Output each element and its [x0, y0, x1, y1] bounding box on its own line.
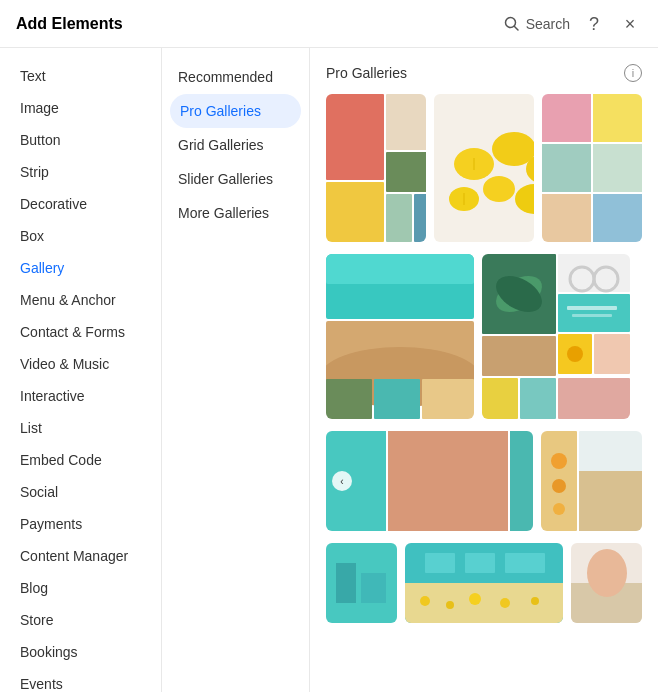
carousel-left-arrow[interactable]: ‹ — [332, 471, 352, 491]
svg-rect-25 — [422, 379, 474, 419]
section-title: Pro Galleries — [326, 65, 407, 81]
middle-item-grid-galleries[interactable]: Grid Galleries — [162, 128, 309, 162]
svg-rect-2 — [326, 94, 384, 180]
svg-point-71 — [587, 549, 627, 597]
sidebar-item-image[interactable]: Image — [0, 92, 161, 124]
grid-cell-2 — [593, 94, 642, 142]
sidebar-item-embed-code[interactable]: Embed Code — [0, 444, 161, 476]
search-label: Search — [526, 16, 570, 32]
middle-navigation: Recommended Pro Galleries Grid Galleries… — [162, 48, 310, 692]
grid-cell-5 — [542, 194, 591, 242]
svg-rect-4 — [386, 94, 426, 150]
gallery-item-bottom-3[interactable] — [571, 543, 642, 623]
svg-rect-3 — [326, 182, 384, 242]
middle-item-recommended[interactable]: Recommended — [162, 60, 309, 94]
header: Add Elements Search ? × — [0, 0, 658, 48]
gallery-item-complex[interactable] — [482, 254, 630, 419]
svg-rect-38 — [482, 336, 556, 376]
svg-point-66 — [469, 593, 481, 605]
page-title: Add Elements — [16, 15, 123, 33]
svg-rect-53 — [579, 471, 642, 531]
sidebar-item-button[interactable]: Button — [0, 124, 161, 156]
svg-rect-61 — [465, 553, 495, 573]
svg-rect-7 — [386, 194, 412, 242]
middle-item-more-galleries[interactable]: More Galleries — [162, 196, 309, 230]
grid-cell-3 — [542, 144, 591, 192]
gallery-item-bottom-2[interactable] — [405, 543, 563, 623]
layout: Text Image Button Strip Decorative Box G… — [0, 48, 658, 692]
svg-rect-57 — [336, 563, 356, 603]
sidebar-item-contact-forms[interactable]: Contact & Forms — [0, 316, 161, 348]
grid-cell-1 — [542, 94, 591, 142]
sidebar-item-bookings[interactable]: Bookings — [0, 636, 161, 668]
svg-line-1 — [514, 26, 518, 30]
svg-rect-43 — [388, 431, 508, 531]
info-icon[interactable]: i — [624, 64, 642, 82]
svg-point-14 — [483, 176, 515, 202]
gallery-row-4 — [326, 543, 642, 623]
svg-rect-32 — [558, 294, 630, 332]
svg-rect-20 — [326, 254, 474, 284]
header-actions: Search ? × — [504, 12, 642, 36]
svg-point-12 — [492, 132, 534, 166]
sidebar-item-decorative[interactable]: Decorative — [0, 188, 161, 220]
gallery-item-large[interactable] — [434, 94, 534, 242]
gallery-row-2 — [326, 254, 642, 419]
svg-rect-34 — [572, 314, 612, 317]
gallery-row-3: ‹ — [326, 431, 642, 531]
gallery-item-mosaic[interactable] — [326, 94, 426, 242]
sidebar-item-list[interactable]: List — [0, 412, 161, 444]
sidebar-item-box[interactable]: Box — [0, 220, 161, 252]
svg-point-36 — [567, 346, 583, 362]
sidebar-item-payments[interactable]: Payments — [0, 508, 161, 540]
sidebar-item-gallery[interactable]: Gallery — [0, 252, 161, 284]
svg-rect-33 — [567, 306, 617, 310]
svg-rect-39 — [482, 378, 518, 419]
sidebar-item-store[interactable]: Store — [0, 604, 161, 636]
svg-rect-37 — [594, 334, 630, 374]
search-icon — [504, 16, 520, 32]
svg-point-51 — [553, 503, 565, 515]
svg-point-67 — [500, 598, 510, 608]
svg-point-64 — [420, 596, 430, 606]
svg-point-50 — [552, 479, 566, 493]
sidebar-item-social[interactable]: Social — [0, 476, 161, 508]
gallery-item-strip-mosaic[interactable] — [541, 431, 642, 531]
sidebar-item-menu-anchor[interactable]: Menu & Anchor — [0, 284, 161, 316]
svg-rect-60 — [425, 553, 455, 573]
svg-rect-5 — [386, 152, 426, 192]
left-navigation: Text Image Button Strip Decorative Box G… — [0, 48, 162, 692]
sidebar-item-events[interactable]: Events — [0, 668, 161, 692]
middle-item-pro-galleries[interactable]: Pro Galleries — [170, 94, 301, 128]
svg-point-68 — [531, 597, 539, 605]
sidebar-item-interactive[interactable]: Interactive — [0, 380, 161, 412]
sidebar-item-strip[interactable]: Strip — [0, 156, 161, 188]
middle-item-slider-galleries[interactable]: Slider Galleries — [162, 162, 309, 196]
sidebar-item-video-music[interactable]: Video & Music — [0, 348, 161, 380]
svg-rect-40 — [520, 378, 556, 419]
svg-rect-23 — [326, 379, 372, 419]
svg-rect-62 — [505, 553, 545, 573]
svg-point-65 — [446, 601, 454, 609]
grid-cell-6 — [593, 194, 642, 242]
gallery-item-carousel[interactable]: ‹ — [326, 431, 533, 531]
sidebar-item-text[interactable]: Text — [0, 60, 161, 92]
search-button[interactable]: Search — [504, 16, 570, 32]
section-header: Pro Galleries i — [326, 64, 642, 82]
gallery-row-1 — [326, 94, 642, 242]
svg-rect-24 — [374, 379, 420, 419]
help-button[interactable]: ? — [582, 12, 606, 36]
gallery-item-bottom-1[interactable] — [326, 543, 397, 623]
svg-rect-41 — [558, 378, 630, 419]
close-button[interactable]: × — [618, 12, 642, 36]
main-content: Pro Galleries i — [310, 48, 658, 692]
svg-rect-58 — [361, 573, 386, 603]
grid-cell-4 — [593, 144, 642, 192]
gallery-item-grid-mosaic[interactable] — [542, 94, 642, 242]
svg-point-49 — [551, 453, 567, 469]
svg-rect-8 — [414, 194, 426, 242]
svg-rect-44 — [510, 431, 533, 531]
sidebar-item-blog[interactable]: Blog — [0, 572, 161, 604]
sidebar-item-content-manager[interactable]: Content Manager — [0, 540, 161, 572]
gallery-item-stack[interactable] — [326, 254, 474, 419]
